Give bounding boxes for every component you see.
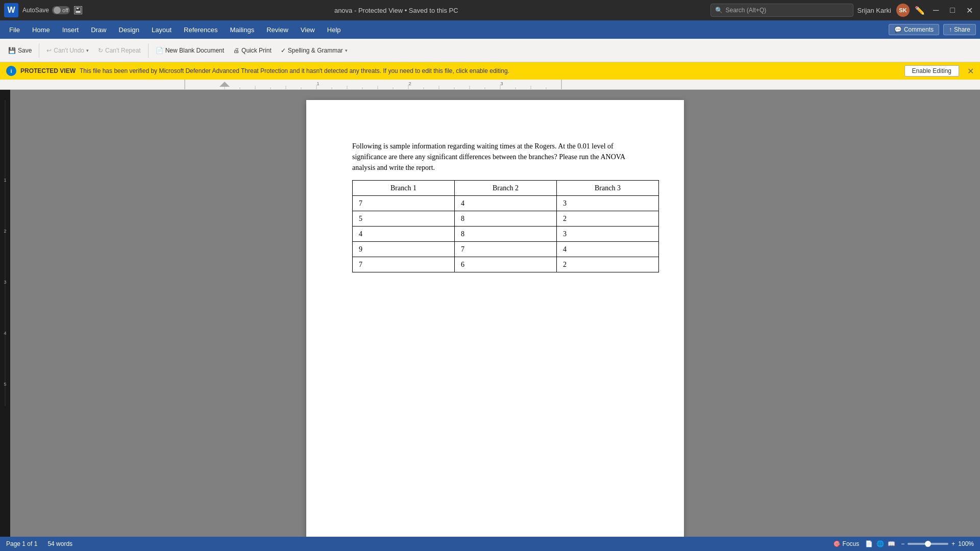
toolbar-separator-2 <box>148 43 149 58</box>
cant-repeat-button[interactable]: ↻ Can't Repeat <box>94 45 145 56</box>
left-margin-bar: 1 2 3 4 5 <box>0 90 10 537</box>
restore-button[interactable]: □ <box>947 6 958 15</box>
search-icon: 🔍 <box>715 7 723 14</box>
table-cell-r3-c2: 4 <box>557 242 659 257</box>
save-button[interactable]: 💾 Save <box>4 45 36 56</box>
repeat-icon: ↻ <box>98 47 103 54</box>
zoom-control: − + 100% <box>901 540 974 547</box>
document-canvas[interactable]: Following is sample information regardin… <box>10 90 980 537</box>
svg-text:3: 3 <box>500 81 503 86</box>
menu-mailings[interactable]: Mailings <box>225 24 260 36</box>
table-row: 743 <box>353 196 659 211</box>
banner-close-button[interactable]: ✕ <box>967 66 974 76</box>
cant-undo-label: Can't Undo <box>54 47 84 54</box>
table-header-branch1: Branch 1 <box>353 181 455 196</box>
save-icon[interactable] <box>74 6 82 14</box>
table-cell-r4-c1: 6 <box>455 257 557 272</box>
zoom-in-icon[interactable]: + <box>951 540 955 547</box>
undo-dropdown-arrow: ▾ <box>86 48 89 53</box>
new-blank-button[interactable]: 📄 New Blank Document <box>152 45 228 56</box>
pen-icon[interactable]: ✏️ <box>915 6 925 15</box>
document-paragraph: Following is sample information regardin… <box>352 141 638 173</box>
save-icon: 💾 <box>8 47 16 54</box>
table-row: 483 <box>353 227 659 242</box>
user-avatar[interactable]: SK <box>896 4 910 17</box>
svg-text:1: 1 <box>316 81 319 86</box>
spelling-icon: ✓ <box>281 47 286 54</box>
svg-text:3: 3 <box>4 280 6 285</box>
title-bar: W AutoSave off anova - Protected View • … <box>0 0 980 20</box>
title-right: Srijan Karki SK ✏️ ─ □ ✕ <box>857 4 976 17</box>
search-box[interactable]: 🔍 Search (Alt+Q) <box>710 4 853 17</box>
zoom-out-icon[interactable]: − <box>901 540 904 547</box>
table-cell-r2-c2: 3 <box>557 227 659 242</box>
svg-rect-3 <box>0 80 980 90</box>
close-button[interactable]: ✕ <box>963 6 976 15</box>
ruler: 1 2 3 <box>0 80 980 90</box>
table-cell-r2-c0: 4 <box>353 227 455 242</box>
menu-bar: File Home Insert Draw Design Layout Refe… <box>0 20 980 39</box>
menu-draw[interactable]: Draw <box>86 24 111 36</box>
read-view-icon[interactable]: 📖 <box>887 539 896 548</box>
menu-help[interactable]: Help <box>322 24 346 36</box>
menu-design[interactable]: Design <box>114 24 144 36</box>
web-layout-view-icon[interactable]: 🌐 <box>875 539 885 548</box>
table-cell-r4-c0: 7 <box>353 257 455 272</box>
autosave-area: AutoSave off <box>22 6 70 14</box>
table-header-branch2: Branch 2 <box>455 181 557 196</box>
comments-button[interactable]: 💬 Comments <box>889 24 939 35</box>
svg-rect-2 <box>76 11 80 13</box>
status-right: 🎯 Focus 📄 🌐 📖 − + 100% <box>833 539 974 548</box>
table-cell-r2-c1: 8 <box>455 227 557 242</box>
cant-repeat-label: Can't Repeat <box>105 47 141 54</box>
zoom-level: 100% <box>958 540 974 547</box>
print-icon: 🖨 <box>233 47 239 54</box>
document-page[interactable]: Following is sample information regardin… <box>306 100 684 537</box>
toolbar-separator-1 <box>39 43 39 58</box>
share-button[interactable]: ↑ Share <box>943 24 976 35</box>
menu-file[interactable]: File <box>4 24 25 36</box>
protected-info-icon: i <box>6 66 16 76</box>
protected-banner: i PROTECTED VIEW This file has been veri… <box>0 62 980 80</box>
table-row: 762 <box>353 257 659 272</box>
menu-view[interactable]: View <box>296 24 320 36</box>
undo-icon: ↩ <box>46 47 52 54</box>
table-cell-r1-c1: 8 <box>455 211 557 227</box>
svg-text:2: 2 <box>4 229 6 234</box>
enable-editing-button[interactable]: Enable Editing <box>904 65 959 77</box>
quick-print-button[interactable]: 🖨 Quick Print <box>229 45 276 56</box>
focus-label[interactable]: 🎯 Focus <box>833 540 859 547</box>
print-layout-view-icon[interactable]: 📄 <box>864 539 873 548</box>
svg-text:2: 2 <box>408 81 411 86</box>
table-cell-r0-c1: 4 <box>455 196 557 211</box>
protected-view-message: This file has been verified by Microsoft… <box>80 67 900 74</box>
toolbar: 💾 Save ↩ Can't Undo ▾ ↻ Can't Repeat 📄 N… <box>0 39 980 62</box>
menu-home[interactable]: Home <box>27 24 55 36</box>
svg-text:5: 5 <box>4 382 6 387</box>
table-cell-r3-c0: 9 <box>353 242 455 257</box>
minimize-button[interactable]: ─ <box>930 6 942 15</box>
table-cell-r4-c2: 2 <box>557 257 659 272</box>
comments-label: Comments <box>904 26 934 33</box>
zoom-thumb <box>925 541 931 547</box>
autosave-label: AutoSave <box>22 7 49 14</box>
table-header-row: Branch 1 Branch 2 Branch 3 <box>353 181 659 196</box>
table-cell-r1-c0: 5 <box>353 211 455 227</box>
zoom-slider[interactable] <box>908 543 948 545</box>
menu-references[interactable]: References <box>179 24 223 36</box>
cant-undo-button[interactable]: ↩ Can't Undo ▾ <box>42 45 93 56</box>
svg-rect-1 <box>77 8 79 9</box>
word-count: 54 words <box>47 540 72 547</box>
table-row: 582 <box>353 211 659 227</box>
spelling-dropdown-arrow: ▾ <box>345 48 348 53</box>
table-cell-r0-c2: 3 <box>557 196 659 211</box>
data-table: Branch 1 Branch 2 Branch 3 7435824839747… <box>352 180 659 272</box>
menu-layout[interactable]: Layout <box>146 24 177 36</box>
menu-review[interactable]: Review <box>261 24 293 36</box>
table-cell-r3-c1: 7 <box>455 242 557 257</box>
page-info: Page 1 of 1 <box>6 540 37 547</box>
spelling-button[interactable]: ✓ Spelling & Grammar ▾ <box>277 45 352 56</box>
autosave-toggle[interactable]: off <box>52 6 70 14</box>
menu-right-actions: 💬 Comments ↑ Share <box>889 24 976 35</box>
menu-insert[interactable]: Insert <box>57 24 84 36</box>
